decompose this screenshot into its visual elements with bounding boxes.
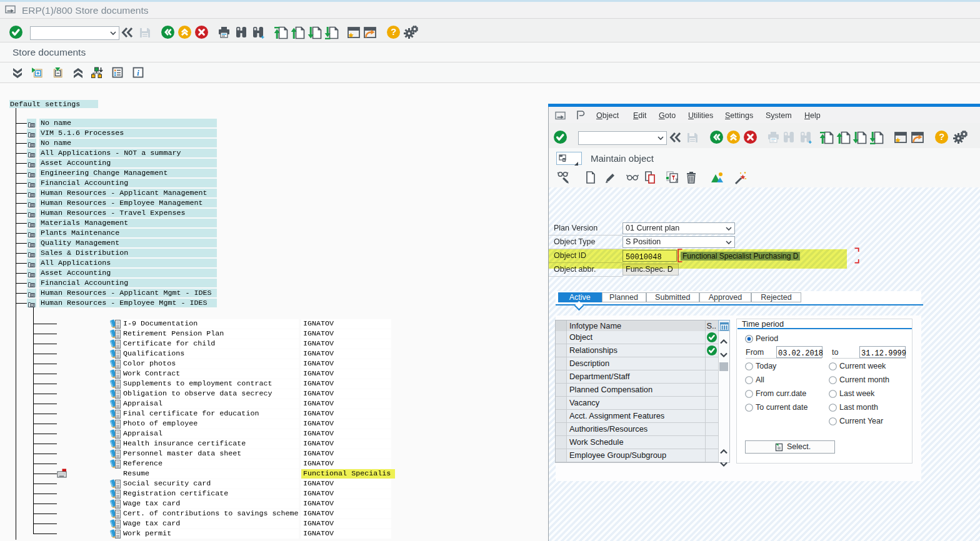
- svg-text:i: i: [137, 68, 139, 77]
- svg-text:7: 7: [675, 177, 678, 183]
- svg-text:?: ?: [939, 131, 944, 142]
- svg-text:?: ?: [391, 26, 396, 37]
